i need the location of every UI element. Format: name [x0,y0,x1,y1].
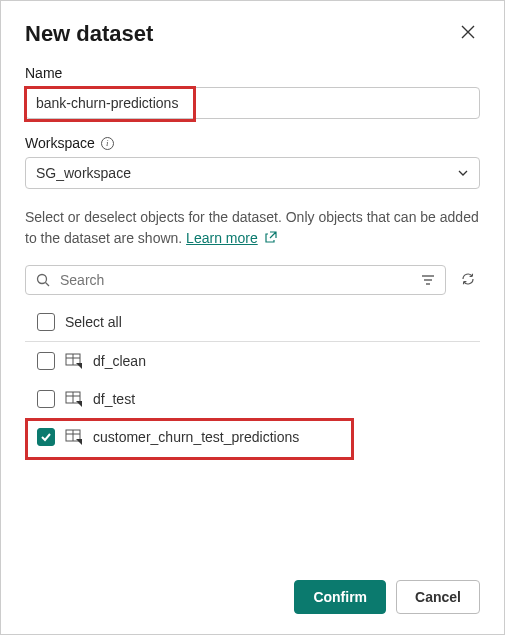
filter-icon[interactable] [421,273,435,287]
list-item[interactable]: df_test [25,380,480,418]
chevron-down-icon [457,167,469,179]
svg-point-0 [38,275,47,284]
checkbox[interactable] [37,428,55,446]
new-dataset-dialog: New dataset Name Workspace i SG_workspac… [0,0,505,635]
search-icon [36,273,50,287]
list-item[interactable]: df_clean [25,342,480,380]
info-icon[interactable]: i [101,137,114,150]
checkbox[interactable] [37,390,55,408]
object-list: Select all df_clean df_test customer_chu… [25,305,480,564]
workspace-select[interactable]: SG_workspace [25,157,480,189]
list-item-label: customer_churn_test_predictions [93,429,299,445]
name-label: Name [25,65,480,81]
search-input[interactable] [58,271,413,289]
select-all-checkbox[interactable] [37,313,55,331]
cancel-button[interactable]: Cancel [396,580,480,614]
help-text: Select or deselect objects for the datas… [25,207,480,249]
checkbox[interactable] [37,352,55,370]
close-button[interactable] [456,21,480,45]
dialog-header: New dataset [25,21,480,47]
list-item-label: df_test [93,391,135,407]
search-row [25,265,480,295]
list-item-label: df_clean [93,353,146,369]
refresh-button[interactable] [456,267,480,294]
select-all-row[interactable]: Select all [25,305,480,342]
refresh-icon [460,271,476,287]
select-all-label: Select all [65,314,122,330]
name-input-wrap [25,87,480,119]
close-icon [461,23,475,44]
search-box[interactable] [25,265,446,295]
learn-more-text: Learn more [186,230,258,246]
external-link-icon [265,231,277,243]
dialog-title: New dataset [25,21,153,47]
list-item[interactable]: customer_churn_test_predictions [25,418,480,456]
workspace-label-text: Workspace [25,135,95,151]
workspace-label: Workspace i [25,135,480,151]
learn-more-link[interactable]: Learn more [186,230,258,246]
table-icon [65,352,83,370]
name-input[interactable] [25,87,480,119]
confirm-button[interactable]: Confirm [294,580,386,614]
table-icon [65,390,83,408]
table-icon [65,428,83,446]
workspace-value: SG_workspace [36,165,131,181]
dialog-footer: Confirm Cancel [25,564,480,614]
